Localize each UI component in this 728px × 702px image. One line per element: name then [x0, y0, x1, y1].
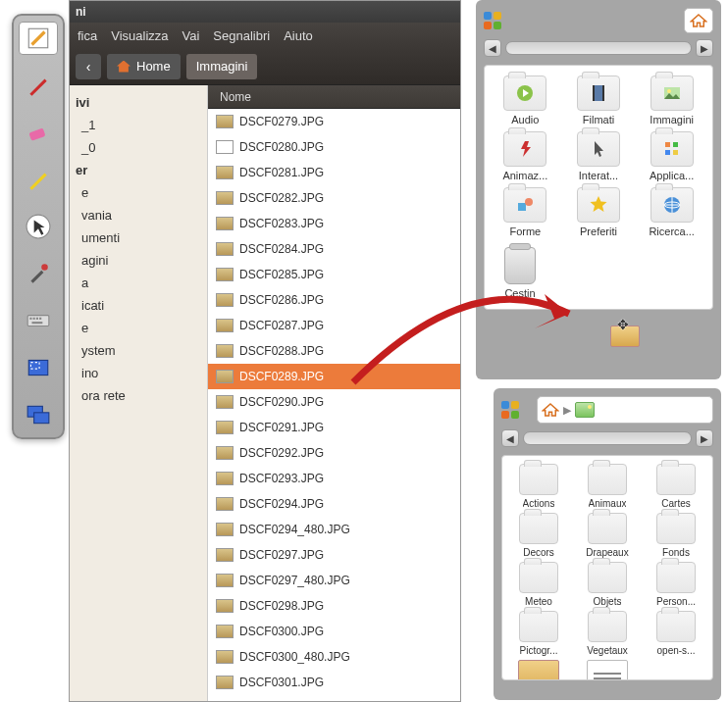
folder-label: Cartes	[661, 498, 690, 509]
scroll-bar[interactable]: ◀ ▶	[484, 39, 713, 57]
library-subfolder[interactable]: Objets	[575, 562, 640, 607]
file-row[interactable]: DSCF0290.JPG	[208, 389, 460, 415]
tool-screens[interactable]	[19, 398, 58, 431]
folder-label: Vegetaux	[587, 645, 628, 656]
file-row[interactable]: DSCF0282.JPG	[208, 185, 460, 211]
tool-eyedropper[interactable]	[19, 257, 58, 290]
file-row[interactable]: DSCF0293.JPG	[208, 466, 460, 491]
library-subfolder[interactable]: open-s...	[644, 611, 708, 656]
folder-icon	[650, 75, 694, 111]
file-row[interactable]: DSCF0294_480.JPG	[208, 517, 460, 542]
file-name: DSCF0291.JPG	[239, 421, 324, 434]
library-subpanel: ▶ ◀ ▶ ActionsAnimauxCartesDecorsDrapeaux…	[494, 388, 721, 700]
library-subfolder[interactable]: Meteo	[506, 562, 571, 607]
scroll-track[interactable]	[523, 431, 692, 445]
library-folder[interactable]: Preferiti	[564, 187, 634, 237]
library-folder[interactable]: Ricerca...	[637, 187, 706, 237]
tool-note[interactable]	[19, 22, 58, 55]
sidebar-item[interactable]: e	[74, 181, 203, 204]
library-subfolder[interactable]: Fonds	[644, 513, 708, 558]
menu-item[interactable]: Vai	[182, 28, 200, 43]
file-row[interactable]: DSCF0279.JPG	[208, 109, 460, 134]
file-row[interactable]: DSCF0301.JPG	[208, 670, 460, 695]
sidebar-item[interactable]: ino	[74, 362, 203, 384]
library-home-button[interactable]	[684, 8, 713, 33]
file-row[interactable]: DSCF0297_480.JPG	[208, 568, 460, 593]
folder-icon	[519, 562, 558, 593]
file-row[interactable]: DSCF0288.JPG	[208, 338, 460, 364]
library-subfolder[interactable]: Actions	[506, 464, 571, 509]
scroll-track[interactable]	[505, 41, 692, 55]
scroll-bar[interactable]: ◀ ▶	[501, 429, 713, 447]
scroll-right-button[interactable]: ▶	[696, 39, 713, 57]
file-row[interactable]: DSCF0298.JPG	[208, 593, 460, 619]
library-folder[interactable]: Audio	[491, 75, 560, 125]
file-row[interactable]: DSCF0289.JPG	[208, 364, 460, 389]
library-folder[interactable]: Filmati	[564, 75, 634, 125]
library-subfolder[interactable]: Decors	[506, 513, 571, 558]
file-row[interactable]: DSCF0291.JPG	[208, 415, 460, 440]
sidebar-item[interactable]: icati	[74, 294, 203, 317]
file-row[interactable]: DSCF0294.JPG	[208, 491, 460, 517]
sidebar-item[interactable]: _0	[74, 136, 203, 159]
folder-icon	[503, 187, 546, 223]
tool-select-area[interactable]	[19, 351, 58, 384]
library-folder[interactable]: Forme	[491, 187, 560, 237]
sidebar-item[interactable]: agini	[74, 249, 203, 272]
window-titlebar[interactable]: ni	[70, 1, 460, 23]
trash-item[interactable]: Cestin	[491, 247, 549, 299]
file-row[interactable]: DSCF0297.JPG	[208, 542, 460, 568]
breadcrumb-current[interactable]: Immagini	[186, 54, 258, 79]
panel-toggle-dots[interactable]	[484, 12, 501, 29]
panel-toggle-dots[interactable]	[501, 401, 519, 419]
menu-item[interactable]: fica	[78, 28, 97, 43]
library-subfolder[interactable]: Drapeaux	[575, 513, 640, 558]
sidebar-item[interactable]: a	[74, 272, 203, 294]
file-row[interactable]: DSCF0285.JPG	[208, 262, 460, 287]
sidebar-item[interactable]: vania	[74, 204, 203, 226]
sidebar-item[interactable]: umenti	[74, 226, 203, 249]
library-folder[interactable]: Applica...	[637, 131, 706, 181]
folder-icon	[503, 131, 546, 167]
library-file[interactable]: wiild.pdf	[575, 660, 640, 680]
scroll-right-button[interactable]: ▶	[696, 429, 713, 447]
library-subfolder[interactable]: Person...	[644, 562, 708, 607]
library-folder[interactable]: Animaz...	[491, 131, 560, 181]
tool-pointer[interactable]	[19, 210, 58, 243]
back-button[interactable]: ‹	[76, 54, 101, 79]
file-row[interactable]: DSCF0286.JPG	[208, 287, 460, 313]
sidebar-item[interactable]: ora rete	[74, 384, 203, 407]
menu-item[interactable]: Visualizza	[111, 28, 168, 43]
sidebar-item[interactable]: _1	[74, 114, 203, 136]
library-folder[interactable]: Interat...	[564, 131, 634, 181]
library-breadcrumb[interactable]: ▶	[537, 396, 713, 424]
file-row[interactable]: DSCF0281.JPG	[208, 160, 460, 185]
tool-eraser[interactable]	[19, 116, 58, 149]
column-header-name[interactable]: Nome	[208, 85, 460, 109]
file-row[interactable]: DSCF0284.JPG	[208, 236, 460, 262]
sidebar-item[interactable]: ystem	[74, 339, 203, 362]
library-subfolder[interactable]: Pictogr...	[506, 611, 571, 656]
file-row[interactable]: DSCF0292.JPG	[208, 440, 460, 466]
library-subfolder[interactable]: Vegetaux	[575, 611, 640, 656]
menu-item[interactable]: Aiuto	[284, 28, 313, 43]
tool-keyboard[interactable]	[19, 304, 58, 337]
file-row[interactable]: DSCF0300_480.JPG	[208, 644, 460, 670]
breadcrumb-home[interactable]: Home	[107, 54, 181, 79]
file-row[interactable]: DSCF0300.JPG	[208, 619, 460, 644]
file-row[interactable]: DSCF0280.JPG	[208, 134, 460, 160]
file-row[interactable]: DSCF0287.JPG	[208, 313, 460, 338]
library-file[interactable]: DSCF0...	[506, 660, 571, 680]
sidebar-item[interactable]: e	[74, 317, 203, 339]
library-folder[interactable]: Immagini	[637, 75, 706, 125]
svg-rect-13	[34, 413, 49, 424]
file-thumbnail-icon	[216, 217, 234, 230]
tool-pen[interactable]	[19, 69, 58, 102]
menu-item[interactable]: Segnalibri	[213, 28, 270, 43]
library-subfolder[interactable]: Cartes	[644, 464, 708, 509]
tool-highlighter[interactable]	[19, 163, 58, 196]
scroll-left-button[interactable]: ◀	[484, 39, 501, 57]
scroll-left-button[interactable]: ◀	[501, 429, 519, 447]
file-row[interactable]: DSCF0283.JPG	[208, 211, 460, 236]
library-subfolder[interactable]: Animaux	[575, 464, 640, 509]
